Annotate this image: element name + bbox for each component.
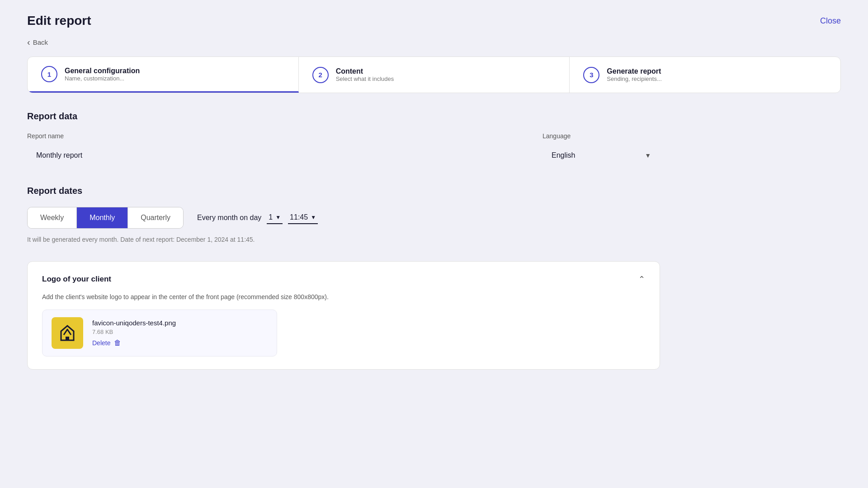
step-1-number: 1 bbox=[41, 66, 57, 82]
logo-file-info: favicon-uniqoders-test4.png 7.68 KB Dele… bbox=[92, 319, 176, 347]
period-tab-monthly[interactable]: Monthly bbox=[77, 207, 128, 228]
chevron-down-icon: ▼ bbox=[645, 152, 651, 159]
step-3[interactable]: 3 Generate report Sending, recipients... bbox=[570, 57, 840, 93]
language-select[interactable]: English ▼ bbox=[542, 143, 660, 168]
step-3-sublabel: Sending, recipients... bbox=[607, 75, 661, 82]
main-content: Report data Report name Language English… bbox=[27, 111, 660, 370]
step-1-sublabel: Name, customization... bbox=[65, 75, 140, 82]
time-dropdown[interactable]: 11:45 ▼ bbox=[288, 211, 318, 224]
logo-description: Add the client's website logo to appear … bbox=[42, 293, 645, 300]
collapse-button[interactable]: ⌃ bbox=[638, 274, 645, 284]
chevron-up-icon: ⌃ bbox=[638, 275, 645, 284]
svg-rect-1 bbox=[66, 337, 69, 340]
report-data-section: Report data Report name Language English… bbox=[27, 111, 660, 168]
day-dropdown[interactable]: 1 ▼ bbox=[267, 211, 283, 224]
time-value: 11:45 bbox=[290, 213, 308, 221]
language-label: Language bbox=[542, 132, 660, 140]
report-name-label: Report name bbox=[27, 132, 529, 140]
step-1-info: General configuration Name, customizatio… bbox=[65, 67, 140, 82]
language-value: English bbox=[552, 151, 575, 160]
day-dropdown-arrow-icon: ▼ bbox=[275, 214, 281, 221]
report-name-input[interactable] bbox=[27, 143, 529, 168]
period-tab-quarterly[interactable]: Quarterly bbox=[128, 207, 183, 228]
step-2-label: Content bbox=[336, 67, 394, 75]
logo-section-header: Logo of your client ⌃ bbox=[42, 274, 645, 284]
close-button[interactable]: Close bbox=[820, 16, 841, 26]
logo-file-actions: Delete 🗑 bbox=[92, 339, 176, 347]
back-label: Back bbox=[33, 38, 48, 46]
schedule-info-text: It will be generated every month. Date o… bbox=[27, 236, 660, 243]
page-title: Edit report bbox=[27, 14, 91, 28]
period-tabs: Weekly Monthly Quarterly bbox=[27, 207, 184, 229]
delete-logo-button[interactable]: Delete bbox=[92, 339, 110, 347]
step-2-info: Content Select what it includes bbox=[336, 67, 394, 82]
time-dropdown-arrow-icon: ▼ bbox=[311, 214, 316, 221]
step-3-label: Generate report bbox=[607, 67, 661, 75]
step-2-number: 2 bbox=[312, 67, 329, 83]
step-2[interactable]: 2 Content Select what it includes bbox=[299, 57, 570, 93]
step-3-info: Generate report Sending, recipients... bbox=[607, 67, 661, 82]
back-link[interactable]: Back bbox=[27, 37, 841, 47]
logo-image-icon bbox=[57, 322, 78, 344]
logo-file-name: favicon-uniqoders-test4.png bbox=[92, 319, 176, 327]
schedule-config: Every month on day 1 ▼ 11:45 ▼ bbox=[197, 211, 318, 224]
schedule-prefix: Every month on day bbox=[197, 214, 261, 222]
report-name-group: Report name bbox=[27, 132, 529, 168]
logo-file-item: favicon-uniqoders-test4.png 7.68 KB Dele… bbox=[42, 310, 277, 357]
report-data-form-row: Report name Language English ▼ bbox=[27, 132, 660, 168]
step-1-label: General configuration bbox=[65, 67, 140, 75]
logo-section: Logo of your client ⌃ Add the client's w… bbox=[27, 261, 660, 370]
step-2-sublabel: Select what it includes bbox=[336, 75, 394, 82]
logo-section-title: Logo of your client bbox=[42, 275, 111, 284]
stepper: 1 General configuration Name, customizat… bbox=[27, 56, 841, 93]
language-group: Language English ▼ bbox=[542, 132, 660, 168]
step-3-number: 3 bbox=[583, 67, 599, 83]
period-tab-weekly[interactable]: Weekly bbox=[28, 207, 77, 228]
trash-icon: 🗑 bbox=[114, 339, 121, 347]
period-selector: Weekly Monthly Quarterly Every month on … bbox=[27, 207, 660, 229]
report-dates-section: Report dates Weekly Monthly Quarterly Ev… bbox=[27, 186, 660, 243]
logo-file-size: 7.68 KB bbox=[92, 328, 176, 335]
step-1[interactable]: 1 General configuration Name, customizat… bbox=[28, 57, 299, 93]
day-value: 1 bbox=[269, 213, 273, 221]
page-header: Edit report Close bbox=[27, 14, 841, 28]
report-data-title: Report data bbox=[27, 111, 660, 122]
report-dates-title: Report dates bbox=[27, 186, 660, 196]
logo-preview bbox=[52, 317, 83, 349]
